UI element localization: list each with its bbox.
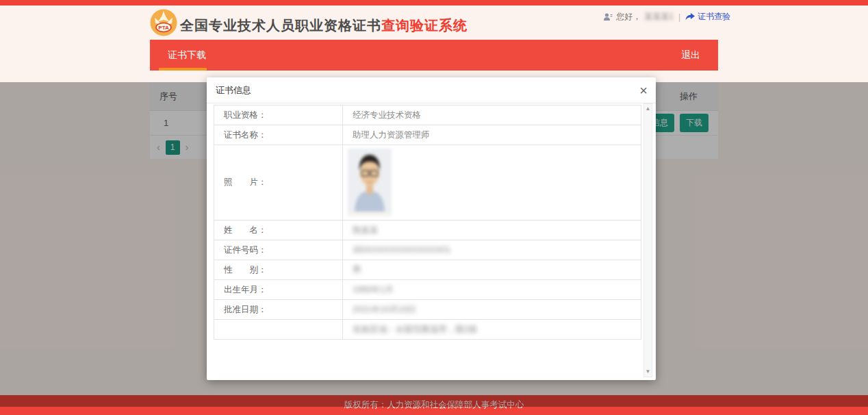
page-title-accent: 查询验证系统 — [381, 18, 468, 33]
table-row-approval-date: 批准日期： 2021年10月23日 — [214, 300, 641, 320]
main-navbar: 证书下载 退出 — [150, 40, 718, 71]
scroll-down-icon[interactable]: ▼ — [646, 367, 651, 377]
table-row-region: 有效区域：全国范围适用，限2级 — [214, 320, 641, 340]
svg-text:PTA: PTA — [158, 25, 169, 31]
close-icon[interactable]: × — [639, 84, 648, 97]
row-value-blurred: 男 — [343, 260, 641, 280]
table-row-photo: 照 片： — [214, 145, 641, 221]
user-bar: 您好， 某某某1 | 证书查验 — [603, 11, 730, 23]
modal-scrollbar[interactable]: ▲ ▼ — [643, 103, 652, 377]
modal-body: 职业资格： 经济专业技术资格 证书名称： 助理人力资源管理师 照 片： — [207, 103, 656, 379]
page-title: 全国专业技术人员职业资格证书查询验证系统 — [180, 10, 468, 36]
row-value: 经济专业技术资格 — [343, 105, 641, 125]
row-label: 证件号码： — [214, 240, 343, 260]
row-value-blurred: 2021年10月23日 — [343, 300, 641, 320]
row-value-blurred: 1993年1月 — [343, 280, 641, 300]
scroll-up-icon[interactable]: ▲ — [646, 104, 651, 114]
table-row-gender: 性 别： 男 — [214, 260, 641, 280]
table-row-name: 姓 名： 陈某某 — [214, 221, 641, 240]
user-icon — [603, 12, 613, 21]
table-row-cert-name: 证书名称： 助理人力资源管理师 — [214, 125, 641, 145]
certificate-photo — [348, 149, 392, 216]
row-value-blurred: 有效区域：全国范围适用，限2级 — [343, 320, 641, 340]
certificate-detail-table: 职业资格： 经济专业技术资格 证书名称： 助理人力资源管理师 照 片： — [214, 105, 641, 340]
row-value-blurred: 350XXXXXXXXXXXXX01 — [343, 240, 641, 260]
exit-button[interactable]: 退出 — [681, 49, 700, 62]
active-tab-indicator — [159, 68, 207, 71]
share-arrow-icon — [685, 13, 695, 21]
cert-verify-link[interactable]: 证书查验 — [685, 11, 730, 23]
separator: | — [678, 12, 680, 22]
row-value-blurred: 陈某某 — [343, 221, 641, 240]
modal-title: 证书信息 — [216, 84, 251, 97]
row-label: 证书名称： — [214, 125, 343, 145]
cert-info-modal: 证书信息 × 职业资格： 经济专业技术资格 证书名称： 助理人力资源管理师 照 … — [207, 77, 656, 380]
modal-header: 证书信息 × — [207, 77, 656, 103]
table-row-id-number: 证件号码： 350XXXXXXXXXXXXX01 — [214, 240, 641, 260]
greeting-text: 您好， — [616, 11, 641, 23]
tab-cert-download[interactable]: 证书下载 — [168, 40, 206, 71]
page-title-main: 全国专业技术人员职业资格证书 — [180, 18, 381, 33]
brand: PTA 全国专业技术人员职业资格证书查询验证系统 — [150, 9, 468, 36]
table-row-birth-date: 出生年月： 1993年1月 — [214, 280, 641, 300]
row-value: 助理人力资源管理师 — [343, 125, 641, 145]
pta-logo-icon: PTA — [150, 9, 177, 36]
table-row-qualification: 职业资格： 经济专业技术资格 — [214, 105, 641, 125]
row-label: 出生年月： — [214, 280, 343, 300]
row-label: 姓 名： — [214, 221, 343, 240]
row-value — [343, 145, 641, 221]
row-label: 批准日期： — [214, 300, 343, 320]
cert-verify-label: 证书查验 — [698, 11, 730, 23]
row-label: 照 片： — [214, 145, 343, 221]
row-label — [214, 320, 343, 340]
site-header: PTA 全国专业技术人员职业资格证书查询验证系统 您好， 某某某1 | 证书查验 — [150, 5, 718, 40]
top-red-bar — [0, 0, 868, 5]
username-masked: 某某某1 — [644, 11, 674, 23]
row-label: 性 别： — [214, 260, 343, 280]
row-label: 职业资格： — [214, 105, 343, 125]
tab-cert-download-label: 证书下载 — [168, 49, 206, 60]
